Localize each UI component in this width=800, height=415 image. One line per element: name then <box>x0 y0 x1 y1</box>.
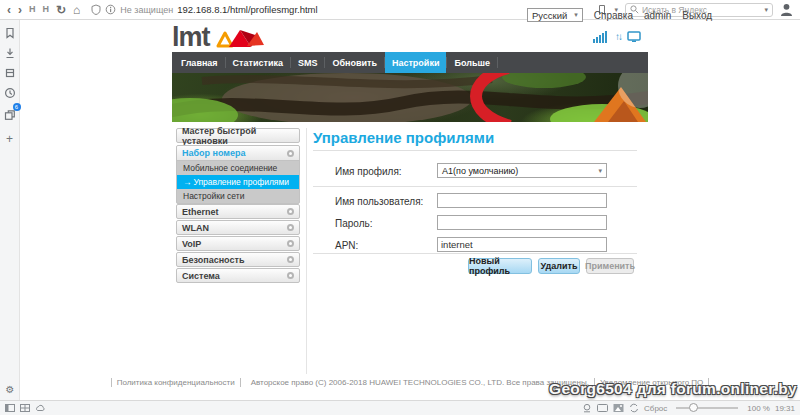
sidebar-item-label: Ethernet <box>182 207 219 217</box>
lmt-logo-shapes-icon <box>214 27 266 51</box>
forward-icon[interactable]: › <box>18 4 22 16</box>
chevron-down-icon: ▾ <box>574 11 578 19</box>
main-nav: Главная Статистика SMS Обновить Настройк… <box>172 52 648 73</box>
traffic-arrows-icon: ↑↓ <box>615 31 621 42</box>
grid-view-icon[interactable] <box>20 403 30 413</box>
signal-strength-icon <box>593 30 609 43</box>
delete-button[interactable]: Удалить <box>538 258 580 274</box>
site-logo: lmt <box>172 24 266 51</box>
watermark: Georg6504 для forum.onliner.by <box>549 380 797 398</box>
password-label: Пароль: <box>335 218 372 229</box>
expand-circle-icon[interactable] <box>287 224 294 231</box>
chevron-down-icon: ▾ <box>598 167 602 175</box>
webcam-icon[interactable] <box>582 403 592 413</box>
info-icon[interactable] <box>105 4 116 15</box>
privacy-policy-link[interactable]: Политика конфиденциальности <box>111 378 241 387</box>
sidebar-item-wlan[interactable]: WLAN <box>176 220 300 235</box>
tab-count-badge: 6 <box>13 103 21 111</box>
password-field[interactable] <box>437 215 607 230</box>
refresh-icon[interactable]: ↻ <box>56 4 66 16</box>
zoom-slider-knob[interactable] <box>689 403 698 412</box>
sidebar-group-dialup: Набор номера Мобильное соединение → Упра… <box>176 145 300 204</box>
shield-icon[interactable] <box>91 4 101 15</box>
cloud-icon[interactable] <box>35 403 46 413</box>
language-select[interactable]: Русский ▾ <box>527 8 583 22</box>
apn-label: APN: <box>335 240 358 251</box>
sidebar-item-ethernet[interactable]: Ethernet <box>176 204 300 219</box>
pinned-site-icon[interactable]: H <box>43 5 50 14</box>
sidebar-item-label: Настройки сети <box>183 191 244 201</box>
panel-toggle-icon[interactable] <box>5 403 15 413</box>
sidebar-item-dialup[interactable]: Набор номера <box>177 146 299 161</box>
sidebar-item-voip[interactable]: VoIP <box>176 236 300 251</box>
tab-statistics[interactable]: Статистика <box>226 52 290 73</box>
add-panel-icon[interactable]: + <box>6 133 13 145</box>
sync-icon[interactable] <box>629 403 639 413</box>
tab-sms[interactable]: SMS <box>291 52 325 73</box>
profile-name-select[interactable]: A1(по умолчанию) ▾ <box>437 163 607 178</box>
page-title: Управление профилями <box>313 129 494 146</box>
sidebar-item-network-settings[interactable]: Настройки сети <box>177 189 299 203</box>
profile-avatar[interactable] <box>780 3 793 16</box>
username-label: Имя пользователя: <box>335 196 423 207</box>
zoom-slider[interactable] <box>676 407 738 409</box>
header-links: Русский ▾ Справка admin Выход <box>527 8 712 22</box>
tab-update[interactable]: Обновить <box>325 52 384 73</box>
expand-circle-icon[interactable] <box>287 240 294 247</box>
home-icon[interactable]: ⌂ <box>73 4 80 16</box>
sidebar-item-label: VoIP <box>182 239 201 249</box>
settings-gear-icon[interactable]: ⚙ <box>0 384 20 395</box>
tab-more[interactable]: Больше <box>447 52 497 73</box>
tabs-icon[interactable]: 6 <box>4 107 16 125</box>
expand-circle-icon[interactable] <box>287 272 294 279</box>
image-time: 19:31 <box>775 404 795 413</box>
username-field[interactable] <box>437 193 607 208</box>
sidebar-item-label: Система <box>182 271 220 281</box>
back-icon[interactable]: ‹ <box>7 4 11 16</box>
logo-text: lmt <box>172 24 210 51</box>
selected-arrow-icon: → <box>183 177 192 187</box>
language-value: Русский <box>532 10 567 21</box>
apn-field[interactable] <box>437 237 607 252</box>
chevron-down-icon[interactable]: ▾ <box>764 6 768 14</box>
divider <box>313 253 637 254</box>
sidebar-item-label: Набор номера <box>182 148 246 158</box>
new-profile-button[interactable]: Новый профиль <box>468 258 532 274</box>
image-icon[interactable] <box>613 403 624 413</box>
sidebar-item-system[interactable]: Система <box>176 268 300 283</box>
expand-circle-icon[interactable] <box>287 256 294 263</box>
sidebar-item-label: Управление профилями <box>194 177 290 187</box>
pinned-site-icon[interactable]: H <box>29 5 36 14</box>
address-bar[interactable]: Не защищен 192.168.8.1/html/profilesmgr.… <box>91 4 590 15</box>
sidebar-item-mobile-connection[interactable]: Мобильное соединение <box>177 161 299 175</box>
sidebar-item-quick-setup-wizard[interactable]: Мастер быстрой установки <box>176 128 300 143</box>
downloads-icon[interactable] <box>4 47 16 59</box>
help-link[interactable]: Справка <box>594 10 633 21</box>
sidebar-item-security[interactable]: Безопасность <box>176 252 300 267</box>
reset-zoom-label[interactable]: Сброс <box>644 404 667 413</box>
monitor-icon <box>627 31 642 43</box>
bookmarks-panel-icon[interactable] <box>4 27 16 39</box>
collections-icon[interactable] <box>4 67 16 79</box>
tab-home[interactable]: Главная <box>174 52 225 73</box>
zoom-level: 100 % <box>747 404 770 413</box>
profile-name-value: A1(по умолчанию) <box>442 166 518 176</box>
url-text[interactable]: 192.168.8.1/html/profilesmgr.html <box>177 4 317 15</box>
logout-link[interactable]: Выход <box>682 10 712 21</box>
apply-button[interactable]: Применить <box>586 258 634 274</box>
sidebar-item-profile-management[interactable]: → Управление профилями <box>177 175 299 189</box>
profile-name-label: Имя профиля: <box>335 166 402 177</box>
tab-settings[interactable]: Настройки <box>385 52 446 73</box>
expand-circle-icon[interactable] <box>287 208 294 215</box>
sidebar-item-label: Мастер быстрой установки <box>182 126 294 146</box>
history-icon[interactable] <box>4 87 16 99</box>
collapse-circle-icon[interactable] <box>287 150 294 157</box>
fit-window-icon[interactable] <box>597 403 608 413</box>
logged-in-user: admin <box>644 10 671 21</box>
connection-status-icons: ↑↓ <box>593 30 642 43</box>
security-label: Не защищен <box>120 5 173 15</box>
column-divider <box>306 128 307 374</box>
browser-sidebar: 6 + ⚙ <box>0 20 20 400</box>
divider <box>313 186 637 187</box>
sidebar-item-label: Безопасность <box>182 255 244 265</box>
